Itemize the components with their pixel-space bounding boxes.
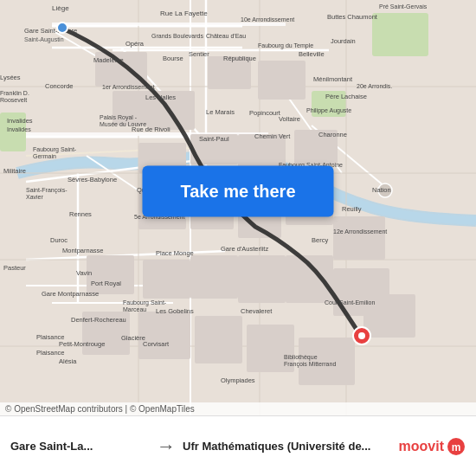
svg-text:Voltaire: Voltaire [279,115,300,123]
arrow-icon: → [157,435,176,458]
attribution-text: © OpenStreetMap contributors | © OpenMap… [5,404,195,414]
svg-text:François Mitterrand: François Mitterrand [284,361,336,368]
svg-text:12e Arrondissement: 12e Arrondissement [333,228,387,235]
svg-text:Bibliothèque: Bibliothèque [284,354,318,361]
svg-text:Chemin Vert: Chemin Vert [254,132,291,140]
svg-text:Rue La Fayette: Rue La Fayette [160,10,208,17]
svg-rect-44 [87,255,134,294]
svg-text:République: République [223,55,256,62]
moovit-logo-icon: m [447,437,466,456]
to-location: Ufr Mathématiques (Université de... [183,440,392,453]
svg-text:Roosevelt: Roosevelt [0,97,27,103]
to-location-name: Ufr Mathématiques (Université de... [183,440,392,453]
svg-text:Place Monge: Place Monge [156,249,194,257]
svg-text:Philippe Auguste: Philippe Auguste [306,107,351,114]
svg-text:Concorde: Concorde [45,82,74,90]
attribution-bar: © OpenStreetMap contributors | © OpenMap… [0,402,476,415]
from-location: Gare Saint-La... [10,440,150,453]
svg-text:Lysées: Lysées [0,74,21,81]
moovit-logo: moovit m [399,437,466,456]
svg-text:Gare d'Austerlitz: Gare d'Austerlitz [221,245,268,253]
svg-rect-52 [195,316,242,363]
svg-text:Cour Saint-Emilion: Cour Saint-Emilion [325,299,375,306]
svg-text:Saint-Augustin: Saint-Augustin [24,36,64,43]
svg-text:Pré Saint-Gervais: Pré Saint-Gervais [379,3,428,10]
svg-text:Invalides: Invalides [7,126,31,132]
svg-rect-43 [333,216,385,260]
map-container: Liège Gare Saint-Lazare Saint-Augustin O… [0,0,476,415]
svg-text:Duroc: Duroc [50,236,68,244]
svg-text:Les Halles: Les Halles [145,93,176,101]
svg-text:Plaisance: Plaisance [36,349,65,357]
svg-text:Madeleine: Madeleine [93,56,124,64]
svg-text:Denfert-Rochereau: Denfert-Rochereau [71,316,126,324]
svg-text:20e Arrondis.: 20e Arrondis. [357,83,392,89]
svg-text:Alésia: Alésia [59,357,77,365]
svg-text:Père Lachaise: Père Lachaise [325,93,367,100]
svg-text:Jourdain: Jourdain [331,37,356,45]
svg-text:Grands Boulevards: Grands Boulevards [151,33,203,39]
svg-text:Gare Montparnasse: Gare Montparnasse [42,290,99,298]
svg-text:Belleville: Belleville [299,50,325,58]
svg-text:Opéra: Opéra [125,40,145,48]
svg-text:10e Arrondissement: 10e Arrondissement [241,16,294,23]
svg-text:Buttes Chaumont: Buttes Chaumont [327,13,378,21]
svg-text:Pasteur: Pasteur [3,264,26,272]
svg-text:Chevaleret: Chevaleret [241,307,273,315]
svg-rect-51 [138,312,190,359]
svg-rect-2 [372,13,428,56]
svg-text:Faubourg Saint-: Faubourg Saint- [123,299,167,306]
svg-text:Nation: Nation [372,186,391,194]
svg-text:Rue de Rivoli: Rue de Rivoli [132,125,170,133]
svg-text:Marceau: Marceau [123,306,146,312]
svg-text:Liège: Liège [52,4,69,12]
moovit-logo-text: moovit [399,439,444,454]
svg-text:Rennes: Rennes [69,210,92,218]
svg-text:Les Gobelins: Les Gobelins [156,307,194,315]
svg-text:Vavin: Vavin [76,269,92,277]
svg-rect-47 [238,255,286,303]
svg-text:1er Arrondissement: 1er Arrondissement [102,84,155,90]
svg-text:Gare Saint-Lazare: Gare Saint-Lazare [24,27,77,35]
svg-text:Popincourt: Popincourt [249,109,281,117]
svg-text:m: m [452,441,461,453]
svg-text:Bercy: Bercy [312,236,328,244]
svg-text:Olympiades: Olympiades [221,376,255,384]
svg-text:Faubourg du Temple: Faubourg du Temple [258,42,313,49]
svg-text:Montparnasse: Montparnasse [62,247,104,254]
svg-text:Franklin D.: Franklin D. [0,90,29,96]
svg-text:Château d'Eau: Château d'Eau [206,33,246,39]
svg-text:Glacière: Glacière [121,334,145,342]
svg-rect-34 [258,61,306,100]
svg-text:Sentier: Sentier [189,50,209,58]
svg-rect-46 [190,255,238,299]
svg-point-136 [358,332,365,339]
svg-text:Invalides: Invalides [7,117,33,125]
svg-text:Xavier: Xavier [26,194,44,200]
svg-text:Bourse: Bourse [163,55,183,62]
svg-text:Palais Royal -: Palais Royal - [100,114,138,121]
svg-text:Saint-François-: Saint-François- [26,187,68,194]
svg-text:Le Marais: Le Marais [206,108,235,116]
svg-text:Militaire: Militaire [3,167,26,175]
bottom-bar: Gare Saint-La... → Ufr Mathématiques (Un… [0,415,476,476]
svg-text:Faubourg Saint-: Faubourg Saint- [33,146,77,153]
svg-text:Sèvres-Babylone: Sèvres-Babylone [68,176,117,183]
svg-text:Ménilmontant: Ménilmontant [313,75,353,83]
svg-text:Saint-Paul: Saint-Paul [199,135,229,143]
svg-text:Port Royal: Port Royal [91,280,121,287]
svg-text:Corvisart: Corvisart [143,340,170,348]
svg-text:Petit-Montrouge: Petit-Montrouge [59,340,105,348]
from-location-name: Gare Saint-La... [10,440,150,453]
svg-point-137 [57,23,68,33]
svg-text:Reuilly: Reuilly [342,205,362,213]
svg-rect-45 [143,260,190,299]
svg-text:Germain: Germain [33,153,56,159]
take-me-there-button[interactable]: Take me there [142,165,333,216]
svg-text:Charonne: Charonne [318,131,347,138]
